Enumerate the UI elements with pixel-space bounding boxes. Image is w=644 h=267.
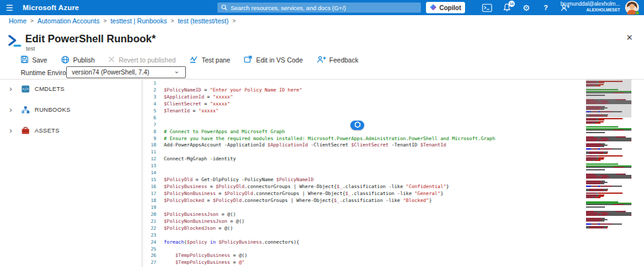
- line-number: 25: [143, 246, 156, 253]
- code-line[interactable]: 13: [143, 163, 587, 170]
- code-line[interactable]: 17$PolicyNonBusiness = $PolicyOld.connec…: [143, 191, 587, 198]
- page-header: Edit PowerShell Runbook* ... test ✕: [0, 29, 644, 54]
- line-number: 2: [143, 87, 156, 94]
- code-line[interactable]: 1: [143, 80, 587, 87]
- feedback-icon: [317, 56, 326, 64]
- revert-to-published-button[interactable]: Revert to published: [108, 56, 175, 64]
- code-line[interactable]: 20$PolicyBusinessJson = @(): [143, 211, 587, 218]
- code-line[interactable]: 11: [143, 149, 587, 156]
- topbar-icon-group: 10 ⚙ ?: [481, 0, 571, 15]
- account-menu[interactable]: brumunddal@alexholm... ALEXHOLMESET: [560, 1, 620, 12]
- chevron-right-icon[interactable]: ›: [0, 85, 21, 93]
- code-line[interactable]: 21$PolicyNonBusinessJson = @(): [143, 218, 587, 225]
- search-placeholder: Search resources, services, and docs (G+…: [231, 4, 346, 11]
- sidebar-item-runbooks[interactable]: › RUNBOOKS: [0, 99, 142, 120]
- line-number: 12: [143, 156, 156, 163]
- line-number: 7: [143, 122, 156, 129]
- runtime-environment-select[interactable]: version74 (PowerShell, 7.4) ⌄: [66, 66, 186, 78]
- breadcrumb-separator-icon: >: [103, 18, 106, 24]
- copilot-button[interactable]: Copilot: [426, 2, 465, 13]
- chevron-right-icon[interactable]: ›: [0, 105, 21, 114]
- code-line[interactable]: 9# Ensure you have the required modules …: [143, 136, 587, 143]
- code-line[interactable]: 19: [143, 205, 587, 211]
- breadcrumb-separator-icon: >: [30, 18, 33, 24]
- code-line[interactable]: 6: [143, 115, 587, 122]
- code-line[interactable]: 14: [143, 170, 587, 177]
- title-overflow-icon[interactable]: ...: [130, 34, 139, 43]
- line-number: 8: [143, 129, 156, 136]
- breadcrumb-separator-icon: >: [171, 18, 174, 24]
- powershell-runbook-icon: [8, 34, 21, 50]
- code-editor[interactable]: 12$PolicyNameID = "Enter your Policy Nam…: [143, 80, 632, 267]
- code-line[interactable]: 3$ApplicationId = "xxxxx": [143, 94, 587, 101]
- search-icon: [221, 2, 227, 13]
- notifications-bell-icon[interactable]: 10: [501, 2, 512, 13]
- code-line[interactable]: 22$PolicyBlockedJson = @(): [143, 225, 587, 232]
- line-number: 22: [143, 225, 156, 232]
- global-search-input[interactable]: Search resources, services, and docs (G+…: [217, 3, 421, 13]
- avatar[interactable]: [625, 1, 639, 15]
- code-line[interactable]: 8# Connect to PowerApps and Microsoft Gr…: [143, 129, 587, 136]
- code-line[interactable]: 2$PolicyNameID = "Enter your Policy Name…: [143, 87, 587, 94]
- hamburger-menu-icon[interactable]: ☰: [0, 0, 19, 15]
- breadcrumb-link[interactable]: test (testtest/test): [178, 17, 229, 25]
- presence-status-dot: [635, 11, 640, 15]
- cloud-shell-icon[interactable]: [481, 2, 493, 13]
- edit-in-vscode-button[interactable]: Edit in VS Code: [244, 56, 302, 64]
- sidebar-item-cmdlets[interactable]: › </> CMDLETS: [0, 78, 142, 99]
- code-lines: 12$PolicyNameID = "Enter your Policy Nam…: [143, 80, 587, 266]
- copilot-icon: [430, 4, 437, 12]
- save-button[interactable]: Save: [21, 56, 47, 64]
- line-number: 14: [143, 170, 156, 177]
- test-pane-button[interactable]: Test pane: [190, 56, 231, 64]
- code-line[interactable]: 24foreach($policy in $PolicyBusiness.con…: [143, 239, 587, 246]
- code-line[interactable]: 23: [143, 232, 587, 239]
- code-line[interactable]: 25: [143, 246, 587, 253]
- line-number: 20: [143, 211, 156, 218]
- feedback-button[interactable]: Feedback: [317, 56, 359, 64]
- runtime-environment-row: Runtime Environment * version74 (PowerSh…: [0, 66, 644, 80]
- line-number: 18: [143, 198, 156, 205]
- code-line[interactable]: 15$PolicyOld = Get-DlpPolicy -PolicyName…: [143, 177, 587, 184]
- line-number: 5: [143, 108, 156, 115]
- breadcrumb-separator-icon: >: [233, 18, 236, 24]
- azure-brand[interactable]: Microsoft Azure: [23, 4, 79, 11]
- runbooks-icon: [21, 105, 30, 114]
- editor-copilot-button[interactable]: [350, 121, 364, 130]
- line-number: 26: [143, 252, 156, 259]
- sidebar-item-assets[interactable]: › ASSETS: [0, 120, 142, 141]
- code-line[interactable]: 16$PolicyBusiness = $PolicyOld.connector…: [143, 184, 587, 191]
- minimap[interactable]: $PolicyNameID = "Enter your Policy Name …: [586, 80, 631, 267]
- main-area: › </> CMDLETS › RUNBOOKS › ASSETS: [0, 80, 644, 267]
- page-subtitle: test: [26, 45, 35, 52]
- code-line[interactable]: 10Add-PowerAppsAccount -ApplicationId $A…: [143, 142, 587, 149]
- code-line[interactable]: 26 $TempPolicyBusiness = @(): [143, 252, 587, 259]
- code-line[interactable]: 7: [143, 122, 587, 129]
- code-line[interactable]: 27 $TempPolicyBusiness = @": [143, 259, 587, 266]
- line-number: 16: [143, 184, 156, 191]
- settings-gear-icon[interactable]: ⚙: [520, 2, 532, 13]
- breadcrumb-link[interactable]: Home: [9, 17, 26, 25]
- editor-sidebar-tree: › </> CMDLETS › RUNBOOKS › ASSETS: [0, 80, 142, 267]
- line-number: 3: [143, 94, 156, 101]
- line-number: 23: [143, 232, 156, 239]
- line-number: 9: [143, 136, 156, 143]
- user-tenant: ALEXHOLMESET: [560, 8, 620, 12]
- breadcrumb-link[interactable]: Automation Accounts: [37, 17, 100, 25]
- breadcrumb-link[interactable]: testtest | Runbooks: [110, 17, 167, 25]
- line-number: 10: [143, 142, 156, 149]
- publish-button[interactable]: Publish: [61, 56, 95, 65]
- help-icon[interactable]: ?: [540, 2, 551, 13]
- assets-toolbox-icon: [21, 126, 30, 134]
- line-number: 19: [143, 205, 156, 211]
- chevron-right-icon[interactable]: ›: [0, 126, 21, 135]
- vscode-window-icon: [244, 56, 252, 64]
- code-line[interactable]: 5$TenantId = "xxxxx": [143, 108, 587, 115]
- test-pane-chart-icon: [190, 56, 198, 64]
- close-icon[interactable]: ✕: [624, 32, 635, 43]
- line-number: 1: [143, 80, 156, 87]
- code-line[interactable]: 4$ClientSecret = "xxxxx": [143, 101, 587, 108]
- code-line[interactable]: 12Connect-MgGraph -identity: [143, 156, 587, 163]
- code-line[interactable]: 18$PolicyBlocked = $PolicyOld.connectorG…: [143, 198, 587, 205]
- minimap-slider[interactable]: [586, 80, 631, 117]
